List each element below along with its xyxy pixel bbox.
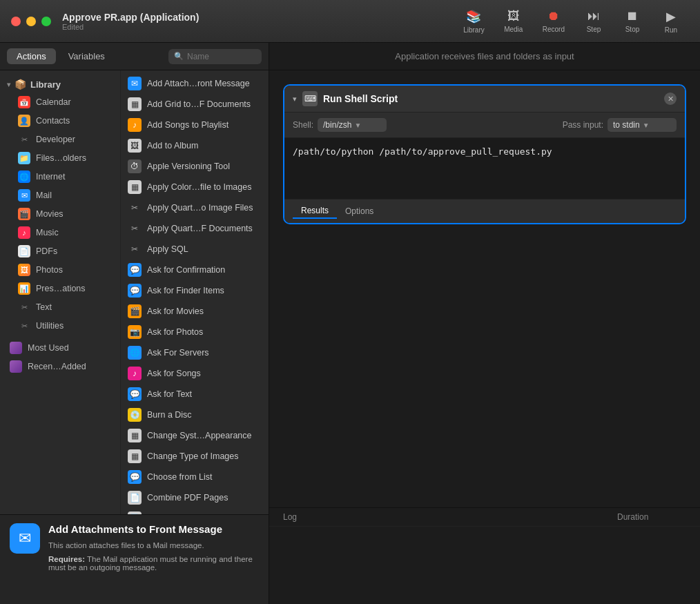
action-ask-text[interactable]: 💬 Ask for Text	[121, 384, 269, 405]
search-icon: 🔍	[174, 52, 184, 61]
media-icon: 🖼	[507, 9, 520, 23]
sidebar-item-files[interactable]: 📁 Files…olders	[3, 149, 117, 167]
sidebar-recently-added-label: Recen…Added	[28, 362, 86, 371]
sidebar-text-label: Text	[36, 302, 52, 312]
stop-button[interactable]: ⏹ Stop	[614, 5, 650, 37]
edit-status: Edited	[62, 23, 455, 31]
action-add-album[interactable]: 🖼 Add to Album	[121, 135, 269, 156]
action-ask-confirmation[interactable]: 💬 Ask for Confirmation	[121, 260, 269, 280]
log-area: Log Duration	[269, 507, 700, 604]
sidebar-item-presentations[interactable]: 📊 Pres…ations	[3, 280, 117, 298]
log-row	[269, 531, 700, 536]
panel-content: ▾ 📦 Library 📅 Calendar 👤 Contacts ✂	[0, 70, 269, 514]
library-header[interactable]: ▾ 📦 Library	[0, 76, 120, 92]
action-ask-servers[interactable]: 🌐 Ask For Servers	[121, 342, 269, 363]
action-ask-movies[interactable]: 🎬 Ask for Movies	[121, 301, 269, 322]
search-box: 🔍	[168, 49, 262, 64]
pass-input-label: Pass input:	[563, 120, 603, 130]
log-header: Log Duration	[269, 508, 700, 527]
run-label: Run	[665, 26, 677, 34]
options-tab[interactable]: Options	[337, 204, 382, 218]
sidebar-item-text[interactable]: ✂ Text	[3, 298, 117, 316]
card-close-button[interactable]: ✕	[664, 92, 677, 105]
action-apply-sql[interactable]: ✂ Apply SQL	[121, 239, 269, 260]
combine-pdf-icon: 📄	[128, 491, 142, 505]
card-chevron-icon[interactable]: ▾	[293, 95, 297, 104]
action-add-songs[interactable]: ♪ Add Songs to Playlist	[121, 115, 269, 135]
sidebar-calendar-label: Calendar	[36, 97, 71, 107]
preview-title: Add Attachments to Front Message	[48, 523, 259, 536]
pass-input-select[interactable]: to stdin ▼	[607, 118, 677, 132]
step-button[interactable]: ⏭ Step	[576, 5, 612, 37]
close-button[interactable]	[11, 17, 21, 26]
action-apple-versioning[interactable]: ⏱ Apple Versioning Tool	[121, 156, 269, 177]
action-change-syst[interactable]: ▦ Change Syst…Appearance	[121, 425, 269, 446]
action-ask-photos[interactable]: 📷 Ask for Photos	[121, 322, 269, 342]
results-tab[interactable]: Results	[293, 204, 337, 219]
right-panel: Application receives files and folders a…	[269, 43, 700, 604]
developer-icon: ✂	[18, 133, 30, 146]
minimize-button[interactable]	[26, 17, 36, 26]
action-combine-text[interactable]: 📄 Combine Text Files	[121, 508, 269, 514]
run-button[interactable]: ▶ Run	[653, 5, 689, 38]
sidebar-photos-label: Photos	[36, 265, 63, 275]
sidebar-movies-label: Movies	[36, 209, 64, 219]
apply-sql-icon: ✂	[128, 242, 142, 256]
action-burn-disc-label: Burn a Disc	[147, 410, 192, 420]
action-choose-list[interactable]: 💬 Choose from List	[121, 467, 269, 487]
action-ask-finder-label: Ask for Finder Items	[147, 286, 224, 295]
library-button[interactable]: 📚 Library	[455, 5, 493, 38]
code-editor[interactable]	[284, 138, 685, 196]
library-header-label: Library	[30, 79, 61, 90]
action-ask-finder[interactable]: 💬 Ask for Finder Items	[121, 280, 269, 301]
sidebar-item-most-used[interactable]: Most Used	[3, 339, 117, 357]
record-label: Record	[543, 26, 565, 33]
action-combine-pdf[interactable]: 📄 Combine PDF Pages	[121, 487, 269, 508]
sidebar-item-pdfs[interactable]: 📄 PDFs	[3, 242, 117, 260]
sidebar-item-calendar[interactable]: 📅 Calendar	[3, 93, 117, 111]
sidebar-item-movies[interactable]: 🎬 Movies	[3, 205, 117, 223]
action-change-type[interactable]: ▦ Change Type of Images	[121, 446, 269, 467]
media-button[interactable]: 🖼 Media	[496, 5, 532, 37]
action-apply-sql-label: Apply SQL	[147, 244, 188, 254]
recently-added-icon	[10, 360, 22, 373]
action-apply-quartz-image[interactable]: ✂ Apply Quart…o Image Files	[121, 197, 269, 218]
card-title: Run Shell Script	[323, 93, 659, 104]
sidebar-item-recently-added[interactable]: Recen…Added	[3, 358, 117, 376]
log-rows	[269, 527, 700, 552]
sidebar-item-contacts[interactable]: 👤 Contacts	[3, 112, 117, 130]
step-icon: ⏭	[587, 9, 600, 23]
action-ask-text-label: Ask for Text	[147, 389, 192, 399]
action-apply-quartz-doc[interactable]: ✂ Apply Quart…F Documents	[121, 218, 269, 239]
record-button[interactable]: ⏺ Record	[534, 5, 573, 37]
shell-control-group: Shell: /bin/zsh ▼	[293, 118, 387, 132]
preview-description: This action attaches files to a Mail mes…	[48, 540, 259, 551]
tab-variables[interactable]: Variables	[59, 48, 115, 64]
action-burn-disc[interactable]: 💿 Burn a Disc	[121, 405, 269, 425]
sidebar-item-internet[interactable]: 🌐 Internet	[3, 168, 117, 186]
duration-column-label: Duration	[617, 512, 686, 522]
search-input[interactable]	[187, 52, 256, 61]
preview-text: Add Attachments to Front Message This ac…	[48, 523, 259, 572]
maximize-button[interactable]	[41, 17, 51, 26]
shell-select[interactable]: /bin/zsh ▼	[318, 118, 387, 132]
sidebar-music-label: Music	[36, 228, 59, 237]
ask-photos-icon: 📷	[128, 325, 142, 339]
action-change-syst-label: Change Syst…Appearance	[147, 431, 251, 440]
record-icon: ⏺	[547, 9, 560, 23]
sidebar-contacts-label: Contacts	[36, 116, 70, 126]
stop-label: Stop	[625, 26, 640, 33]
sidebar-item-music[interactable]: ♪ Music	[3, 224, 117, 242]
action-ask-songs[interactable]: ♪ Ask for Songs	[121, 363, 269, 384]
sidebar-item-developer[interactable]: ✂ Developer	[3, 130, 117, 148]
sidebar-item-photos[interactable]: 🖼 Photos	[3, 261, 117, 279]
tab-actions[interactable]: Actions	[7, 48, 56, 64]
sidebar-item-mail[interactable]: ✉ Mail	[3, 186, 117, 204]
sidebar-item-utilities[interactable]: ✂ Utilities	[3, 317, 117, 335]
action-ask-movies-label: Ask for Movies	[147, 306, 204, 316]
action-apply-color[interactable]: ▦ Apply Color…file to Images	[121, 177, 269, 197]
step-label: Step	[587, 26, 601, 33]
contacts-icon: 👤	[18, 115, 30, 127]
action-add-grid[interactable]: ▦ Add Grid to…F Documents	[121, 94, 269, 115]
action-add-attachment[interactable]: ✉ Add Attach…ront Message	[121, 73, 269, 94]
